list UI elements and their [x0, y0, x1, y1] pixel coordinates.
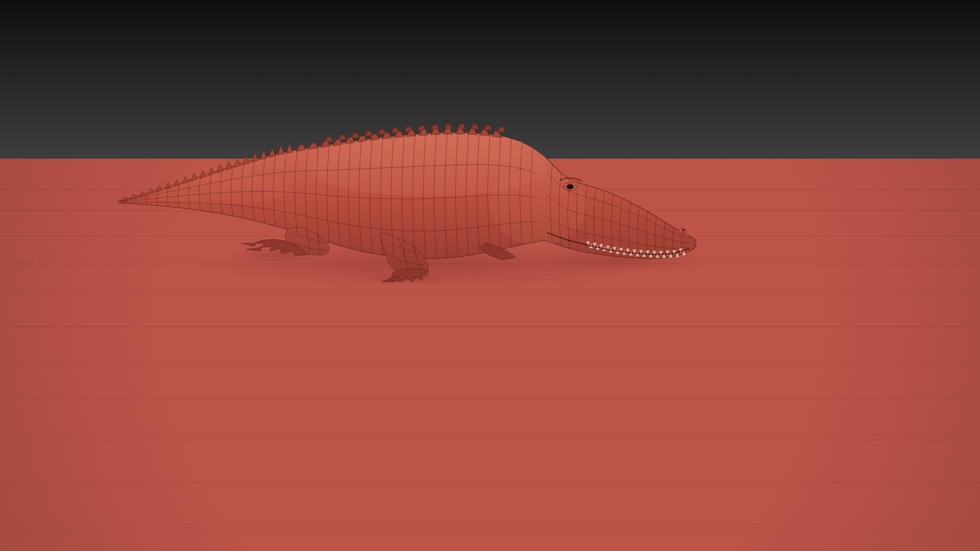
- viewport-canvas[interactable]: [0, 0, 980, 551]
- crocodile-eye: [567, 184, 574, 189]
- crocodile-nostril-hole: [682, 229, 684, 231]
- crocodile-nostril: [678, 228, 687, 233]
- viewport-3d[interactable]: [0, 0, 980, 551]
